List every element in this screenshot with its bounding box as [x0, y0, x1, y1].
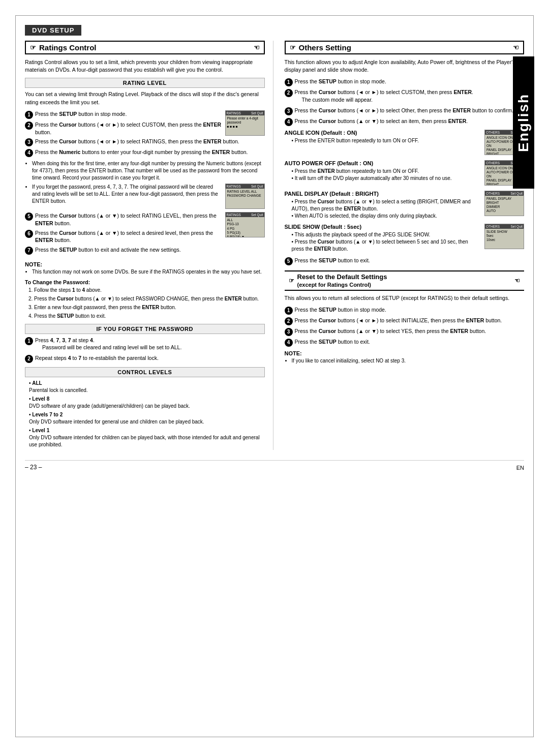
step-7: 7 Press the SETUP button to exit and act… [25, 246, 265, 255]
reset-section: ☞ Reset to the Default Settings (except … [285, 270, 525, 365]
step-2: 2 Press the Cursor buttons (◄ or ►) to s… [25, 121, 222, 136]
auto-power-section: OTHERSSet Quit ANGLE ICON ON AUTO POWER … [285, 160, 525, 187]
dvd-setup-header: DVD SETUP [25, 25, 524, 41]
rating-level-header: RATING LEVEL [25, 78, 265, 88]
step4-notes: When doing this for the first time, ente… [32, 160, 265, 182]
others-setting-section: ☞ Others Setting ☜ This function allows … [283, 41, 525, 450]
step-1: 1 Press the SETUP button in stop mode. [25, 110, 222, 119]
page-bottom: – 23 – EN [25, 460, 524, 471]
screen-ratings-level: RATINGSSet Quit RATING LEVEL ALL PASSWOR… [225, 184, 265, 209]
reset-step-4: 4 Press the SETUP button to exit. [285, 338, 525, 347]
ratings-intro: Ratings Control allows you to set a limi… [25, 58, 265, 74]
reset-steps: 1 Press the SETUP button in stop mode. 2… [285, 306, 525, 347]
to-change-password: To Change the Password: Follow the steps… [25, 279, 265, 319]
others-step-3: 3 Press the Cursor buttons (◄ or ►) to s… [285, 107, 525, 115]
others-intro: This function allows you to adjust Angle… [285, 58, 525, 74]
en-label: EN [516, 465, 524, 471]
slide-show-section: OTHERSSet Quit SLIDE SHOW 5sec 10sec SLI… [285, 224, 525, 253]
step-4: 4 Press the Numeric buttons to enter you… [25, 148, 265, 157]
step-5: 5 Press the Cursor buttons (▲ or ▼) to s… [25, 212, 222, 227]
others-arrow-left: ☞ [290, 44, 296, 51]
control-levels-list: • ALLParental lock is cancelled. • Level… [29, 380, 265, 448]
ratings-control-section: ☞ Ratings Control ☜ Ratings Control allo… [25, 41, 273, 450]
ratings-control-title: ☞ Ratings Control ☜ [25, 41, 265, 54]
step-3: 3 Press the Cursor buttons (◄ or ►) to s… [25, 138, 265, 146]
others-setting-title: ☞ Others Setting ☜ [285, 41, 525, 54]
panel-display-section: OTHERSSet Quit PANEL DISPLAY BRIGHT DIMM… [285, 191, 525, 220]
forget-steps: 1 Press 4, 7, 3, 7 at step 4. Password w… [25, 337, 265, 363]
others-step-5: 5 Press the SETUP button to exit. [285, 257, 525, 265]
step-6: 6 Press the Cursor buttons (▲ or ▼) to s… [25, 229, 222, 244]
language-label: English [513, 56, 534, 189]
title-arrow-left: ☞ [30, 44, 36, 51]
screen-password: RATINGSSet Quit Please enter a 4-digit p… [225, 110, 265, 136]
reset-step-1: 1 Press the SETUP button in stop mode. [285, 306, 525, 315]
title-arrow-right: ☜ [254, 44, 260, 51]
screen-panel-display: OTHERSSet Quit PANEL DISPLAY BRIGHT DIMM… [484, 191, 524, 216]
others-steps-intro: 1 Press the SETUP button in stop mode. 2… [285, 78, 525, 126]
control-levels-header: CONTROL LEVELS [25, 367, 265, 377]
forget-step-1: 1 Press 4, 7, 3, 7 at step 4. Password w… [25, 337, 265, 352]
screen-slide-show: OTHERSSet Quit SLIDE SHOW 5sec 10sec [484, 224, 524, 249]
others-arrow-right: ☜ [513, 44, 519, 51]
page-number: – 23 – [25, 464, 42, 471]
rating-note: NOTE: This function may not work on some… [25, 261, 265, 276]
rating-level-intro: You can set a viewing limit through Rati… [25, 90, 265, 106]
others-step-1: 1 Press the SETUP button in stop mode. [285, 78, 525, 86]
others-step-4: 4 Press the Cursor buttons (▲ or ▼) to s… [285, 117, 525, 126]
reset-step-2: 2 Press the Cursor buttons (◄ or ►) to s… [285, 317, 525, 325]
reset-intro: This allows you to return all selections… [285, 294, 525, 302]
reset-note: NOTE: If you like to cancel initializing… [285, 350, 525, 365]
reset-title: ☞ Reset to the Default Settings (except … [285, 270, 525, 291]
angle-icon-section: OTHERSSet Quit ANGLE ICON ON AUTO POWER … [285, 130, 525, 156]
forget-step-2: 2 Repeat steps 4 to 7 to re-establish th… [25, 354, 265, 363]
screen-level-select: RATINGSSet Quit ALL PSG-13 4 PG 5 PG(13)… [225, 212, 265, 237]
forget-password-header: IF YOU FORGET THE PASSWORD [25, 324, 265, 334]
reset-step-3: 3 Press the Cursor buttons (▲ or ▼) to s… [285, 327, 525, 336]
others-step-2: 2 Press the Cursor buttons (◄ or ►) to s… [285, 88, 525, 104]
